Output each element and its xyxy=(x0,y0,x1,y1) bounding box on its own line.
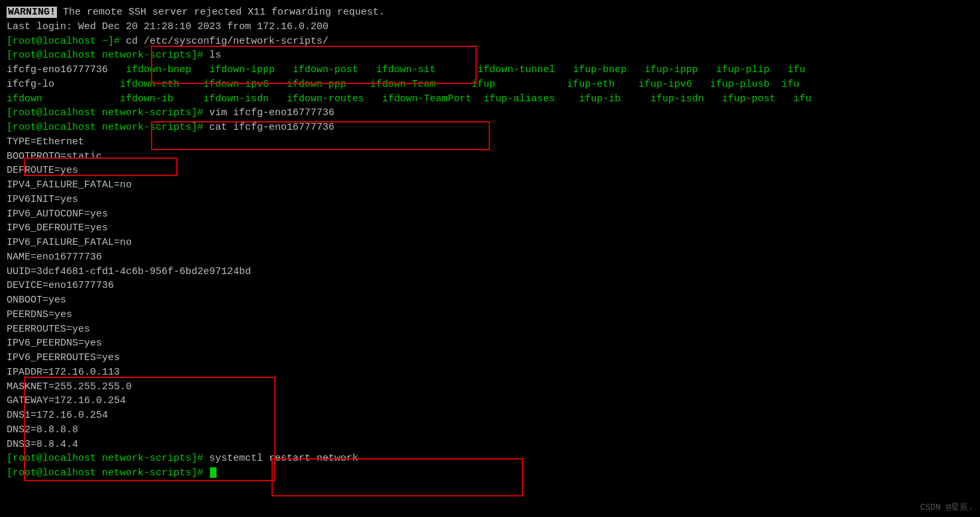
line-type: TYPE=Ethernet xyxy=(7,135,973,150)
cat-command: cat ifcfg-eno16777736 xyxy=(209,122,334,133)
ifcfg-lo: ifcfg-lo xyxy=(7,79,120,90)
line-vim-cmd: [root@localhost network-scripts]# vim if… xyxy=(7,106,973,120)
line-cat-cmd: [root@localhost network-scripts]# cat if… xyxy=(7,120,973,135)
ifdown: ifdown xyxy=(7,93,120,105)
line-warning: WARNING! The remote SSH server rejected … xyxy=(7,5,973,20)
line-peerroutes: PEERROUTES=yes xyxy=(7,322,973,337)
prompt-1: [root@localhost ~]# xyxy=(7,36,126,47)
line-ipaddr: IPADDR=172.16.0.113 xyxy=(7,365,973,380)
line-dns2: DNS2=8.8.8.8 xyxy=(7,423,973,438)
line-dns1: DNS1=172.16.0.254 xyxy=(7,408,973,423)
line-masknet: MASKNET=255.255.255.0 xyxy=(7,380,973,395)
line-bootproto: BOOTPROTO=static xyxy=(7,150,973,164)
line-defroute: DEFROUTE=yes xyxy=(7,164,973,178)
ifdown-list2: ifdown-sit ifdown-tunnel xyxy=(376,64,573,75)
prompt-6: [root@localhost network-scripts]# xyxy=(7,467,209,479)
watermark: CSDN @星辰. xyxy=(920,501,973,513)
line-ipv6peerroutes: IPV6_PEERROUTES=yes xyxy=(7,351,973,365)
line-cd-cmd: [root@localhost ~]# cd /etc/sysconfig/ne… xyxy=(7,34,973,49)
warning-label: WARNING! xyxy=(7,7,57,18)
line-ipv6init: IPV6INIT=yes xyxy=(7,193,973,207)
line-ipv6auto: IPV6_AUTOCONF=yes xyxy=(7,207,973,222)
ifdown-list4: ifdown-Team ifup xyxy=(370,79,567,90)
line-ipv6fail: IPV6_FAILURE_FATAL=no xyxy=(7,236,973,250)
ifup-list1: ifup-bnep ifup-ippp ifup-plip ifu xyxy=(573,64,805,75)
line-ipv6defroute: IPV6_DEFROUTE=yes xyxy=(7,221,973,236)
prompt-2: [root@localhost network-scripts]# xyxy=(7,50,209,61)
ifup-list3: ifup-ib ifup-isdn ifup-post ifu xyxy=(579,93,811,105)
prompt-4: [root@localhost network-scripts]# xyxy=(7,122,209,133)
warning-text: The remote SSH server rejected X11 forwa… xyxy=(57,7,385,18)
prompt-3: [root@localhost network-scripts]# xyxy=(7,107,209,118)
ifdown-list3: ifdown-eth ifdown-ipv6 ifdown-ppp xyxy=(120,79,370,90)
line-ls-cmd: [root@localhost network-scripts]# ls xyxy=(7,48,973,63)
cursor xyxy=(210,467,217,478)
line-ipv6peerdns: IPV6_PEERDNS=yes xyxy=(7,336,973,351)
line-ls1: ifcfg-eno16777736 ifdown-bnep ifdown-ipp… xyxy=(7,63,973,77)
ifdown-list5: ifdown-ib ifdown-isdn ifdown-routes xyxy=(120,93,382,105)
line-uuid: UUID=3dcf4681-cfd1-4c6b-956f-6bd2e97124b… xyxy=(7,265,973,279)
line-ipv4-fail: IPV4_FAILURE_FATAL=no xyxy=(7,178,973,193)
ifup-list2: ifup-eth ifup-ipv6 ifup-plusb ifu xyxy=(567,79,799,90)
line-onboot: ONBOOT=yes xyxy=(7,293,973,308)
ls-command: ls xyxy=(209,50,221,61)
ifcfg-eno: ifcfg-eno16777736 xyxy=(7,64,126,75)
line-name: NAME=eno16777736 xyxy=(7,250,973,265)
ifdown-list1: ifdown-bnep ifdown-ippp ifdown-post xyxy=(126,64,376,75)
line-peerdns: PEERDNS=yes xyxy=(7,308,973,322)
line-systemctl-cmd: [root@localhost network-scripts]# system… xyxy=(7,451,973,466)
line-final-prompt: [root@localhost network-scripts]# xyxy=(7,466,973,481)
systemctl-command: systemctl restart network xyxy=(209,453,358,464)
line-ls2: ifcfg-lo ifdown-eth ifdown-ipv6 ifdown-p… xyxy=(7,77,973,92)
line-ls3: ifdown ifdown-ib ifdown-isdn ifdown-rout… xyxy=(7,92,973,107)
ifdown-list6: ifdown-TeamPort ifup-aliases xyxy=(382,93,579,105)
vim-command: vim ifcfg-eno16777736 xyxy=(209,107,334,118)
line-gateway: GATEWAY=172.16.0.254 xyxy=(7,394,973,408)
line-device: DEVICE=eno16777736 xyxy=(7,279,973,293)
line-lastlogin: Last login: Wed Dec 20 21:28:10 2023 fro… xyxy=(7,20,973,34)
terminal[interactable]: WARNING! The remote SSH server rejected … xyxy=(0,0,980,517)
prompt-5: [root@localhost network-scripts]# xyxy=(7,453,209,464)
line-dns3: DNS3=8.8.4.4 xyxy=(7,438,973,452)
cd-command: cd /etc/sysconfig/network-scripts/ xyxy=(126,36,328,47)
